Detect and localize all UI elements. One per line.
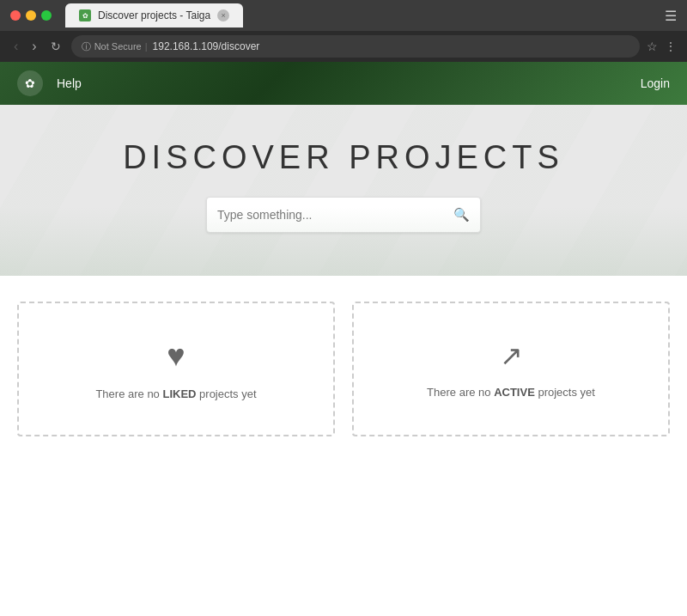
tab-close-button[interactable]: × (217, 9, 229, 21)
footer-area (0, 462, 687, 616)
address-bar: ‹ › ↻ ⓘ Not Secure | 192.168.1.109/disco… (0, 31, 687, 62)
close-button[interactable] (10, 10, 21, 21)
active-keyword: ACTIVE (494, 386, 535, 399)
url-separator: | (145, 41, 148, 52)
active-projects-card: ↗ There are no ACTIVE projects yet (352, 302, 670, 436)
minimize-button[interactable] (26, 10, 36, 21)
liked-keyword: LIKED (162, 387, 196, 400)
maximize-button[interactable] (41, 10, 52, 21)
security-indicator: ⓘ Not Secure | (82, 40, 148, 53)
active-tab[interactable]: ✿ Discover projects - Taiga × (65, 3, 243, 27)
browser-menu-icon[interactable]: ⋮ (665, 40, 677, 53)
bookmark-icon[interactable]: ☆ (647, 40, 658, 53)
login-button[interactable]: Login (641, 76, 670, 90)
app-logo[interactable]: ✿ (17, 70, 43, 96)
forward-button[interactable]: › (28, 37, 40, 56)
heart-icon: ♥ (167, 338, 185, 374)
url-text: 192.168.1.109/discover (153, 40, 260, 52)
refresh-button[interactable]: ↻ (47, 38, 64, 55)
tab-favicon-icon: ✿ (82, 12, 88, 20)
search-box[interactable]: 🔍 (206, 197, 481, 233)
hero-section: DISCOVER PROJECTS 🔍 (0, 105, 687, 276)
back-button[interactable]: ‹ (10, 37, 21, 56)
search-input[interactable] (217, 208, 447, 222)
liked-empty-message: There are no LIKED projects yet (95, 387, 256, 400)
active-empty-message: There are no ACTIVE projects yet (427, 386, 595, 399)
page-title: DISCOVER PROJECTS (123, 139, 564, 176)
not-secure-icon: ⓘ (82, 40, 91, 53)
tab-favicon: ✿ (79, 9, 91, 21)
search-icon[interactable]: 🔍 (453, 207, 470, 223)
help-link[interactable]: Help (57, 76, 82, 90)
app-navbar: ✿ Help Login (0, 62, 687, 105)
tab-title: Discover projects - Taiga (98, 9, 210, 21)
traffic-lights (10, 10, 52, 21)
logo-icon: ✿ (25, 76, 35, 90)
not-secure-label: Not Secure (94, 41, 142, 52)
liked-projects-card: ♥ There are no LIKED projects yet (17, 302, 335, 436)
title-bar: ✿ Discover projects - Taiga × ☰ (0, 0, 687, 31)
trending-icon: ↗ (500, 339, 523, 372)
extensions-icon[interactable]: ☰ (665, 8, 677, 24)
main-content: ♥ There are no LIKED projects yet ↗ Ther… (0, 276, 687, 462)
url-bar[interactable]: ⓘ Not Secure | 192.168.1.109/discover (71, 35, 640, 58)
